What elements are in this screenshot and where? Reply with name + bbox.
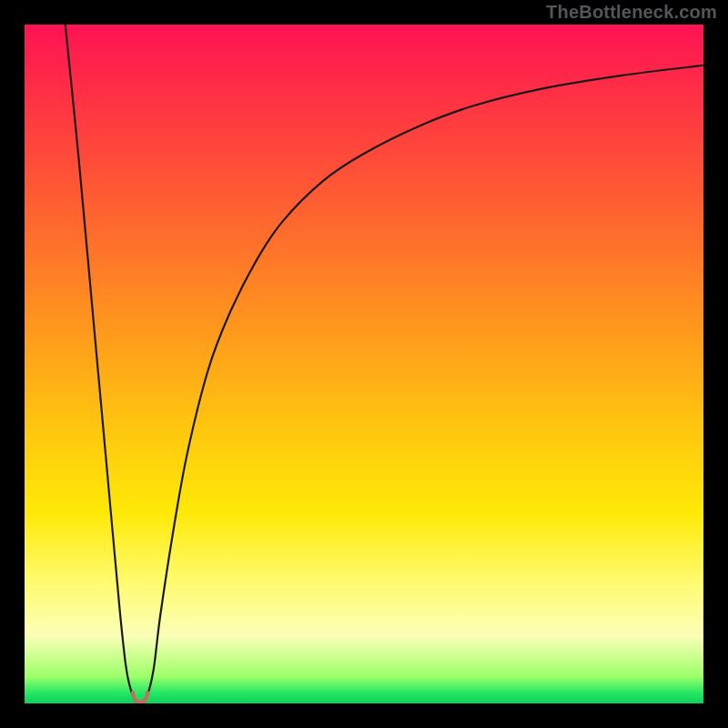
chart-root: TheBottleneck.com xyxy=(0,0,728,728)
attribution-label: TheBottleneck.com xyxy=(546,2,717,23)
bottleneck-curve xyxy=(25,25,703,703)
curve-path xyxy=(66,25,703,703)
plot-area xyxy=(25,25,703,703)
